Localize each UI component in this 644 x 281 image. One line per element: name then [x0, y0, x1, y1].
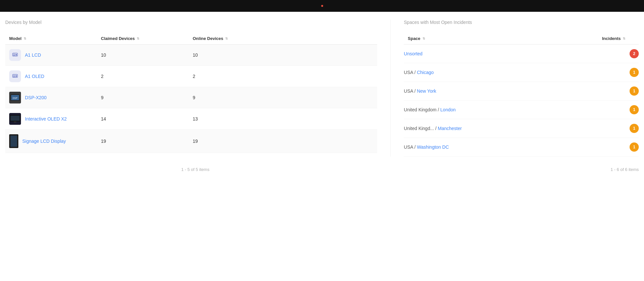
model-link-signage-lcd[interactable]: Signage LCD Display	[22, 139, 66, 144]
svg-rect-3	[16, 54, 17, 56]
claimed-cell-signage-lcd: 19	[101, 139, 193, 144]
space-cell-usa-newyork: USA / New York	[404, 88, 619, 94]
space-row: Unsorted 2	[404, 45, 639, 63]
online-cell-signage-lcd: 19	[193, 139, 373, 144]
sort-icon-model: ⇅	[24, 37, 26, 40]
left-table-header: Model ⇅ Claimed Devices ⇅ Online Devices…	[5, 33, 377, 45]
space-link-usa-chicago[interactable]: Chicago	[417, 70, 434, 75]
incidents-badge-uk-london: 1	[630, 105, 639, 114]
devices-by-model-panel: Devices by Model Model ⇅ Claimed Devices…	[5, 20, 377, 157]
table-row: A1 LCD 10 10	[5, 45, 377, 66]
claimed-cell-interactive-oled-x2: 14	[101, 116, 193, 122]
device-icon-lcd	[9, 49, 21, 61]
incidents-badge-uk-manchester: 1	[630, 124, 639, 133]
sort-icon-space: ⇅	[422, 37, 425, 40]
model-link-a1-oled[interactable]: A1 OLED	[25, 74, 44, 79]
right-table-body: Unsorted 2 USA / Chicago 1 USA / New Yor…	[404, 45, 639, 157]
online-cell-dsp-x200: 9	[193, 95, 373, 100]
table-row: Signage LCD Display 19 19	[5, 130, 377, 153]
space-link-unsorted[interactable]: Unsorted	[404, 51, 422, 56]
incidents-badge-unsorted: 2	[630, 49, 639, 58]
right-panel-title: Spaces with Most Open Incidents	[404, 20, 639, 25]
spaces-incidents-panel: Spaces with Most Open Incidents Space ⇅ …	[390, 20, 639, 157]
device-icon-screen	[9, 113, 21, 125]
svg-rect-1	[13, 54, 15, 55]
left-table-body: A1 LCD 10 10 A1 OLED 2 2	[5, 45, 377, 153]
model-cell-interactive-oled-x2: Interactive OLED X2	[9, 113, 101, 125]
svg-rect-2	[13, 55, 15, 56]
online-cell-interactive-oled-x2: 13	[193, 116, 373, 122]
space-cell-uk-london: United Kingdom / London	[404, 107, 619, 112]
online-cell-a1-oled: 2	[193, 74, 373, 79]
incidents-cell-uk-london: 1	[619, 105, 639, 114]
model-link-a1-lcd[interactable]: A1 LCD	[25, 52, 41, 58]
space-prefix: United Kingdom /	[404, 107, 440, 112]
col-header-incidents[interactable]: Incidents ⇅	[602, 36, 635, 41]
svg-text:DSP: DSP	[13, 97, 18, 99]
sort-icon-claimed: ⇅	[137, 37, 139, 40]
space-link-usa-newyork[interactable]: New York	[417, 88, 436, 94]
space-cell-usa-washington: USA / Washington DC	[404, 144, 619, 150]
space-row: United Kingdom / London 1	[404, 101, 639, 119]
table-row: DSP DSP-X200 9 9	[5, 87, 377, 108]
col-header-model[interactable]: Model ⇅	[9, 36, 101, 41]
device-icon-oled	[9, 70, 21, 82]
device-icon-tablet: DSP	[9, 92, 21, 103]
space-prefix: USA /	[404, 88, 417, 94]
svg-rect-6	[13, 76, 15, 77]
svg-rect-5	[13, 75, 15, 76]
incidents-badge-usa-chicago: 1	[630, 68, 639, 77]
space-row: USA / Washington DC 1	[404, 138, 639, 157]
col-header-space[interactable]: Space ⇅	[408, 36, 602, 41]
space-link-uk-london[interactable]: London	[440, 107, 456, 112]
svg-rect-0	[13, 53, 18, 56]
sort-icon-incidents: ⇅	[623, 37, 625, 40]
sort-icon-online: ⇅	[225, 37, 228, 40]
space-row: United Kingd... / Manchester 1	[404, 119, 639, 138]
device-icon-signage	[9, 134, 18, 148]
model-cell-a1-lcd: A1 LCD	[9, 49, 101, 61]
model-cell-a1-oled: A1 OLED	[9, 70, 101, 82]
incidents-cell-usa-newyork: 1	[619, 86, 639, 96]
space-prefix: USA /	[404, 70, 417, 75]
space-link-usa-washington[interactable]: Washington DC	[417, 144, 449, 150]
space-link-uk-manchester[interactable]: Manchester	[438, 126, 462, 131]
left-panel-title: Devices by Model	[5, 20, 377, 25]
incidents-cell-unsorted: 2	[619, 49, 639, 58]
model-link-dsp-x200[interactable]: DSP-X200	[25, 95, 47, 100]
col-header-online[interactable]: Online Devices ⇅	[193, 36, 373, 41]
claimed-cell-a1-oled: 2	[101, 74, 193, 79]
model-cell-signage-lcd: Signage LCD Display	[9, 134, 101, 148]
incidents-cell-usa-chicago: 1	[619, 68, 639, 77]
space-row: USA / Chicago 1	[404, 63, 639, 82]
table-row: A1 OLED 2 2	[5, 66, 377, 87]
space-cell-uk-manchester: United Kingd... / Manchester	[404, 126, 619, 131]
incidents-cell-usa-washington: 1	[619, 142, 639, 152]
space-cell-unsorted: Unsorted	[404, 51, 619, 56]
claimed-cell-a1-lcd: 10	[101, 52, 193, 58]
online-cell-a1-lcd: 10	[193, 52, 373, 58]
space-row: USA / New York 1	[404, 82, 639, 101]
right-pagination: 1 - 6 of 6 items	[399, 162, 639, 177]
right-table-header: Space ⇅ Incidents ⇅	[404, 33, 639, 45]
incidents-cell-uk-manchester: 1	[619, 124, 639, 133]
space-cell-usa-chicago: USA / Chicago	[404, 70, 619, 75]
left-pagination: 1 - 5 of 5 items	[5, 162, 385, 177]
model-link-interactive-oled-x2[interactable]: Interactive OLED X2	[25, 116, 67, 122]
notification-dot	[321, 5, 323, 7]
svg-rect-19	[10, 136, 17, 147]
col-header-claimed[interactable]: Claimed Devices ⇅	[101, 36, 193, 41]
svg-rect-16	[14, 122, 16, 122]
svg-rect-4	[13, 74, 18, 77]
top-bar	[0, 0, 644, 12]
space-prefix: USA /	[404, 144, 417, 150]
model-cell-dsp-x200: DSP DSP-X200	[9, 92, 101, 103]
table-row: Interactive OLED X2 14 13	[5, 108, 377, 130]
incidents-badge-usa-newyork: 1	[630, 86, 639, 96]
svg-rect-7	[16, 75, 17, 77]
incidents-badge-usa-washington: 1	[630, 142, 639, 152]
claimed-cell-dsp-x200: 9	[101, 95, 193, 100]
space-prefix: United Kingd... /	[404, 126, 438, 131]
